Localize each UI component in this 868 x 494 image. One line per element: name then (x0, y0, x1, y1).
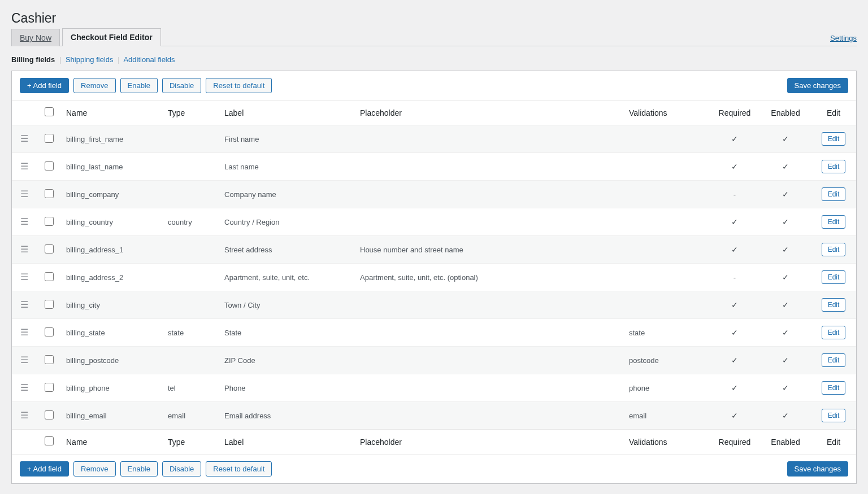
toolbar-top: + Add field Remove Enable Disable Reset … (12, 71, 856, 100)
field-required: ✓ (709, 153, 760, 181)
field-name: billing_postcode (62, 347, 163, 374)
tab-buy-now[interactable]: Buy Now (11, 29, 60, 46)
col-type-footer: Type (163, 430, 220, 454)
field-name: billing_address_2 (62, 264, 163, 291)
check-icon: ✓ (782, 383, 789, 392)
field-enabled: ✓ (760, 319, 811, 347)
row-checkbox[interactable] (45, 244, 54, 253)
field-placeholder (355, 153, 624, 181)
field-required: ✓ (709, 347, 760, 374)
field-enabled: ✓ (760, 264, 811, 291)
check-icon: ✓ (782, 411, 789, 420)
edit-button[interactable]: Edit (822, 215, 846, 229)
row-checkbox[interactable] (45, 410, 54, 419)
field-label: Last name (220, 153, 355, 181)
tab-checkout-field-editor[interactable]: Checkout Field Editor (62, 28, 161, 46)
edit-button[interactable]: Edit (822, 160, 846, 173)
field-label: Email address (220, 402, 355, 430)
save-button[interactable]: Save changes (787, 461, 848, 476)
row-checkbox[interactable] (45, 300, 54, 309)
edit-button[interactable]: Edit (822, 243, 846, 256)
drag-handle-icon[interactable]: ☰ (20, 217, 28, 226)
reset-button[interactable]: Reset to default (206, 78, 272, 93)
field-type (163, 347, 220, 374)
drag-handle-icon[interactable]: ☰ (20, 410, 28, 420)
field-type (163, 153, 220, 181)
add-field-button[interactable]: + Add field (20, 461, 69, 476)
field-required: ✓ (709, 236, 760, 264)
check-icon: ✓ (782, 245, 789, 254)
row-checkbox[interactable] (45, 217, 54, 226)
col-enabled-header: Enabled (760, 100, 811, 125)
check-icon: ✓ (731, 356, 738, 365)
field-enabled: ✓ (760, 125, 811, 153)
field-label: First name (220, 125, 355, 153)
field-enabled: ✓ (760, 347, 811, 374)
subnav-shipping[interactable]: Shipping fields (66, 55, 114, 64)
page-title: Cashier (11, 6, 857, 28)
edit-button[interactable]: Edit (822, 326, 846, 339)
col-name-footer: Name (62, 430, 163, 454)
edit-button[interactable]: Edit (822, 187, 846, 201)
field-name: billing_city (62, 291, 163, 319)
drag-handle-icon[interactable]: ☰ (20, 383, 28, 392)
check-icon: ✓ (731, 217, 738, 226)
remove-button[interactable]: Remove (73, 461, 115, 476)
row-checkbox[interactable] (45, 383, 54, 392)
edit-button[interactable]: Edit (822, 409, 846, 422)
save-button[interactable]: Save changes (787, 78, 848, 93)
table-row: ☰billing_first_nameFirst name✓✓Edit (12, 125, 856, 153)
subnav-billing[interactable]: Billing fields (11, 55, 55, 64)
field-validations: email (624, 402, 709, 430)
field-name: billing_company (62, 181, 163, 208)
row-checkbox[interactable] (45, 134, 54, 143)
settings-link[interactable]: Settings (830, 34, 857, 42)
disable-button[interactable]: Disable (162, 461, 201, 476)
drag-handle-icon[interactable]: ☰ (20, 327, 28, 337)
disable-button[interactable]: Disable (162, 78, 201, 93)
row-checkbox[interactable] (45, 355, 54, 364)
field-type: state (163, 319, 220, 347)
row-checkbox[interactable] (45, 161, 54, 171)
edit-button[interactable]: Edit (822, 353, 846, 367)
table-row: ☰billing_statestateStatestate✓✓Edit (12, 319, 856, 347)
field-label: Town / City (220, 291, 355, 319)
add-field-button[interactable]: + Add field (20, 78, 69, 93)
field-label: Company name (220, 181, 355, 208)
field-enabled: ✓ (760, 208, 811, 236)
drag-handle-icon[interactable]: ☰ (20, 189, 28, 199)
drag-handle-icon[interactable]: ☰ (20, 161, 28, 171)
field-enabled: ✓ (760, 153, 811, 181)
field-validations: phone (624, 374, 709, 402)
edit-button[interactable]: Edit (822, 381, 846, 395)
edit-button[interactable]: Edit (822, 132, 846, 146)
col-placeholder-header: Placeholder (355, 100, 624, 125)
enable-button[interactable]: Enable (120, 461, 158, 476)
field-required: - (709, 181, 760, 208)
select-all-bottom[interactable] (45, 436, 54, 445)
field-type: tel (163, 374, 220, 402)
drag-handle-icon[interactable]: ☰ (20, 134, 28, 143)
field-name: billing_address_1 (62, 236, 163, 264)
edit-button[interactable]: Edit (822, 270, 846, 284)
remove-button[interactable]: Remove (73, 78, 115, 93)
reset-button[interactable]: Reset to default (206, 461, 272, 476)
check-icon: ✓ (731, 300, 738, 309)
subnav-additional[interactable]: Additional fields (123, 55, 175, 64)
check-icon: ✓ (782, 190, 789, 199)
drag-handle-icon[interactable]: ☰ (20, 244, 28, 254)
field-required: ✓ (709, 291, 760, 319)
row-checkbox[interactable] (45, 189, 54, 198)
drag-handle-icon[interactable]: ☰ (20, 355, 28, 365)
enable-button[interactable]: Enable (120, 78, 158, 93)
select-all-top[interactable] (45, 107, 54, 116)
edit-button[interactable]: Edit (822, 298, 846, 312)
field-placeholder (355, 181, 624, 208)
row-checkbox[interactable] (45, 272, 54, 281)
drag-handle-icon[interactable]: ☰ (20, 300, 28, 309)
field-required: ✓ (709, 125, 760, 153)
field-validations (624, 208, 709, 236)
field-required: ✓ (709, 208, 760, 236)
drag-handle-icon[interactable]: ☰ (20, 272, 28, 282)
row-checkbox[interactable] (45, 327, 54, 336)
